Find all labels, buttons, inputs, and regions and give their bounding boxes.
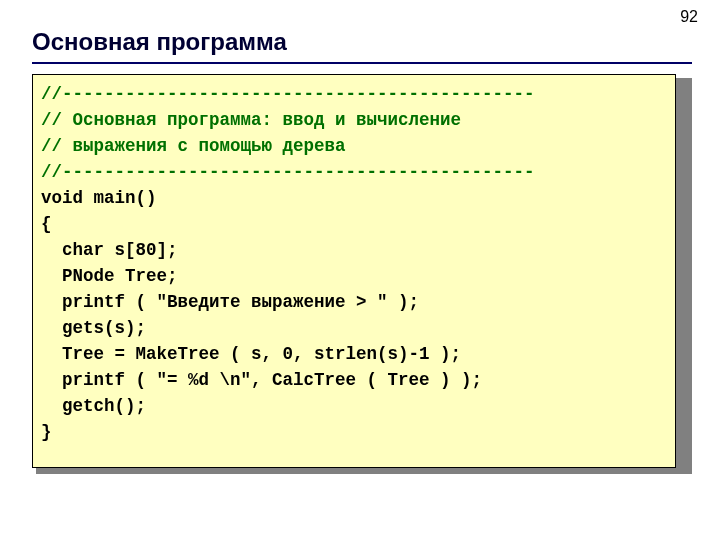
code-line: void main() — [41, 188, 157, 208]
code-line: { — [41, 214, 52, 234]
code-line: gets(s); — [41, 318, 146, 338]
page-number: 92 — [680, 8, 698, 26]
code-line: PNode Tree; — [41, 266, 178, 286]
code-comment: // Основная программа: ввод и вычисление — [41, 110, 461, 130]
code-line: char s[80]; — [41, 240, 178, 260]
code-comment: // выражения с помощью дерева — [41, 136, 346, 156]
slide-title: Основная программа — [32, 28, 287, 56]
code-line: getch(); — [41, 396, 146, 416]
code-line: printf ( "= %d \n", CalcTree ( Tree ) ); — [41, 370, 482, 390]
code-line: Tree = MakeTree ( s, 0, strlen(s)-1 ); — [41, 344, 461, 364]
code-comment: //--------------------------------------… — [41, 162, 535, 182]
code-line: printf ( "Введите выражение > " ); — [41, 292, 419, 312]
code-line: } — [41, 422, 52, 442]
code-block: //--------------------------------------… — [32, 74, 676, 468]
code-comment: //--------------------------------------… — [41, 84, 535, 104]
title-underline — [32, 62, 692, 64]
